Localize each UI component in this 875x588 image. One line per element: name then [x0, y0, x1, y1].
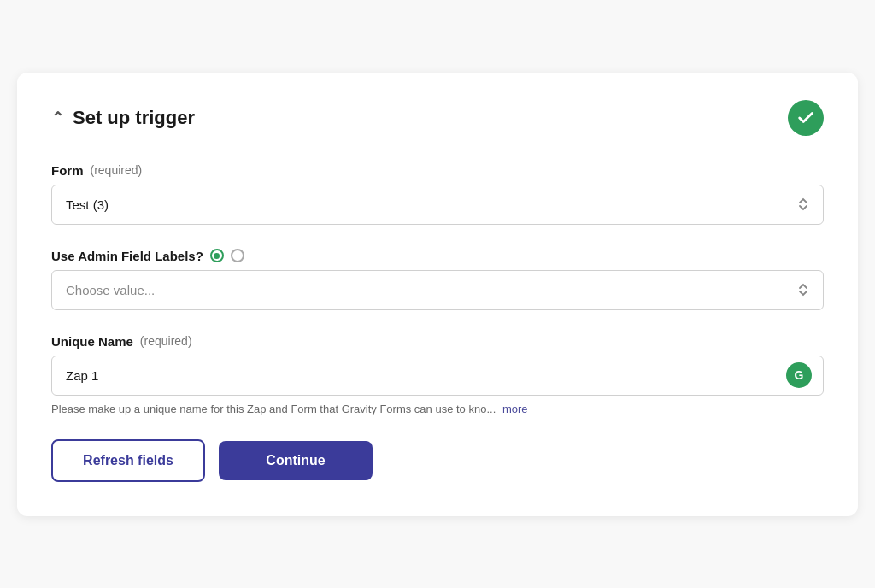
card-header: ⌃ Set up trigger — [51, 100, 824, 136]
form-required-text: (required) — [91, 163, 143, 177]
continue-button[interactable]: Continue — [219, 441, 373, 480]
unique-name-required-text: (required) — [140, 334, 192, 348]
unique-name-label-text: Unique Name — [51, 334, 133, 349]
help-text: Please make up a unique name for this Za… — [51, 403, 824, 415]
form-select-wrapper: Test (3) — [51, 185, 824, 225]
refresh-fields-button[interactable]: Refresh fields — [51, 439, 205, 482]
page-title: Set up trigger — [73, 107, 195, 129]
form-label-text: Form — [51, 163, 84, 178]
admin-radio-no[interactable] — [231, 249, 244, 262]
form-field-label-row: Form (required) — [51, 163, 824, 178]
admin-field-label-row: Use Admin Field Labels? — [51, 249, 824, 263]
header-left: ⌃ Set up trigger — [51, 107, 195, 129]
form-select[interactable]: Test (3) — [51, 185, 824, 225]
unique-name-input[interactable] — [51, 356, 824, 396]
action-buttons: Refresh fields Continue — [51, 439, 824, 482]
unique-name-field-group: Unique Name (required) G Please make up … — [51, 334, 824, 415]
chevron-up-icon[interactable]: ⌃ — [51, 109, 64, 127]
completed-check-icon — [788, 100, 824, 136]
admin-label-text: Use Admin Field Labels? — [51, 249, 203, 263]
admin-select-wrapper: Choose value... — [51, 270, 824, 310]
unique-name-input-wrapper: G — [51, 356, 824, 396]
admin-select[interactable]: Choose value... — [51, 270, 824, 310]
grammarly-icon: G — [786, 362, 812, 388]
unique-name-label-row: Unique Name (required) — [51, 334, 824, 349]
form-field-group: Form (required) Test (3) — [51, 163, 824, 225]
admin-radio-yes[interactable] — [210, 249, 224, 262]
setup-trigger-card: ⌃ Set up trigger Form (required) Test (3… — [17, 73, 858, 516]
more-link[interactable]: more — [502, 403, 528, 415]
admin-field-group: Use Admin Field Labels? Choose value... — [51, 249, 824, 310]
admin-radio-group — [210, 249, 244, 262]
